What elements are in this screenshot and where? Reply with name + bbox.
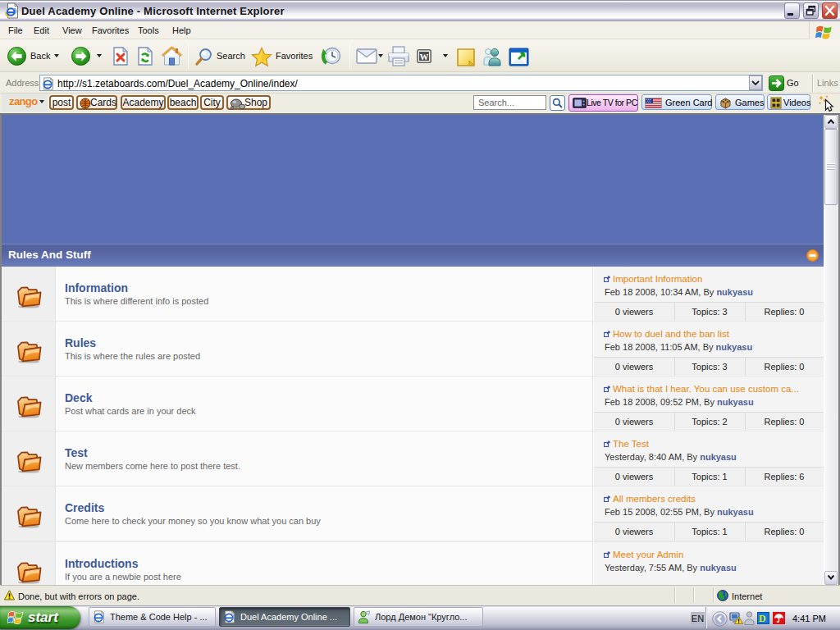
svg-text:W: W bbox=[420, 52, 429, 62]
